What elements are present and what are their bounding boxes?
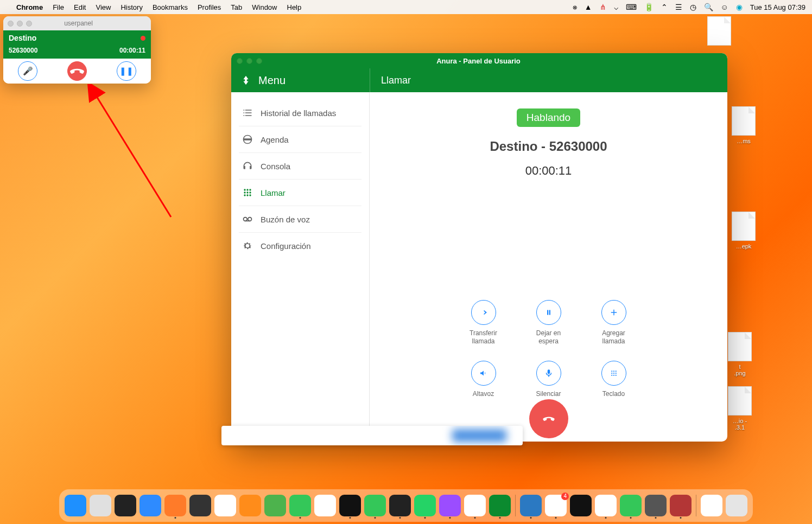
svg-point-3: [249, 189, 251, 190]
user-icon[interactable]: ☺: [721, 3, 728, 11]
dock-firefox[interactable]: [164, 495, 186, 516]
dock-chrome[interactable]: [595, 495, 617, 516]
dock-separator: [696, 495, 696, 516]
menu-history[interactable]: History: [120, 3, 142, 11]
dock-podcasts[interactable]: [439, 495, 461, 516]
control-center-icon[interactable]: ☰: [675, 3, 682, 11]
menu-file[interactable]: File: [53, 3, 64, 11]
dock-activity[interactable]: [570, 495, 592, 516]
running-indicator-icon: [555, 517, 557, 519]
app-minimize-icon[interactable]: [246, 58, 252, 64]
dock-books[interactable]: [239, 495, 261, 516]
desktop-file[interactable]: [700, 16, 738, 48]
dock-mission-control[interactable]: [189, 495, 211, 516]
dock-maps[interactable]: [264, 495, 286, 516]
dock-textedit[interactable]: [701, 495, 722, 516]
sidebar-item-gear[interactable]: Configuración: [239, 233, 361, 259]
dock-siri[interactable]: [115, 495, 136, 516]
dock-whatsapp[interactable]: [414, 495, 436, 516]
clock-icon[interactable]: ◷: [690, 3, 696, 11]
svg-point-2: [246, 189, 248, 190]
menubar-app-name[interactable]: Chrome: [16, 3, 43, 11]
dock-grid[interactable]: [214, 495, 236, 516]
dock-photos[interactable]: [314, 495, 336, 516]
call-action-pause[interactable]: Dejar en espera: [536, 300, 561, 346]
menu-help[interactable]: Help: [287, 3, 302, 11]
sidebar-item-globe[interactable]: Agenda: [239, 126, 361, 153]
docker-icon[interactable]: ⎈: [573, 3, 577, 11]
sidebar-item-label: Configuración: [261, 241, 311, 251]
call-action-label: Altavoz: [473, 390, 494, 398]
wifi-icon[interactable]: ⌃: [661, 3, 668, 11]
menu-tab[interactable]: Tab: [231, 3, 242, 11]
dock-eclipse[interactable]: [670, 495, 692, 516]
hangup-button[interactable]: [529, 399, 568, 438]
keyboard-icon[interactable]: ⌨: [626, 3, 637, 11]
siri-icon[interactable]: ◉: [736, 3, 743, 11]
running-indicator-icon: [175, 517, 176, 519]
call-action-keypad[interactable]: Teclado: [601, 361, 626, 398]
sidebar-item-voicemail[interactable]: Buzón de voz: [239, 206, 361, 233]
dock-vscode[interactable]: [520, 495, 542, 516]
dock-chat[interactable]: [620, 495, 642, 516]
dock-launchpad[interactable]: [90, 495, 111, 516]
sidebar-item-dialpad[interactable]: Llamar: [239, 180, 361, 206]
tray-icon-2[interactable]: ⋔: [600, 3, 606, 11]
sidebar-item-label: Llamar: [261, 188, 286, 197]
dock-terminal[interactable]: [389, 495, 411, 516]
call-action-plus[interactable]: Agregar llamada: [601, 300, 626, 346]
dock-slack[interactable]: [545, 495, 567, 516]
menu-edit[interactable]: Edit: [74, 3, 86, 11]
running-indicator-icon: [605, 517, 607, 519]
anura-app-window: Anura - Panel de Usuario Menu Llamar His…: [231, 53, 727, 442]
menu-view[interactable]: View: [96, 3, 111, 11]
svg-point-19: [611, 375, 612, 376]
call-action-mic[interactable]: Silenciar: [536, 361, 561, 398]
running-indicator-icon: [680, 517, 682, 519]
dock-trash[interactable]: [726, 495, 747, 516]
call-action-arrow[interactable]: Transferir llamada: [470, 300, 497, 346]
spotlight-icon[interactable]: 🔍: [704, 3, 713, 11]
dock-facetime[interactable]: [364, 495, 386, 516]
dock-finder[interactable]: [65, 495, 86, 516]
dock-notion[interactable]: [645, 495, 667, 516]
sidebar-item-list[interactable]: Historial de llamadas: [239, 100, 361, 126]
running-indicator-icon: [499, 517, 501, 519]
mini-hangup-button[interactable]: [67, 61, 87, 81]
svg-point-4: [244, 191, 245, 193]
mini-zoom-icon[interactable]: [26, 21, 32, 27]
menu-profiles[interactable]: Profiles: [198, 3, 221, 11]
sidebar: Historial de llamadasAgendaConsolaLlamar…: [231, 92, 370, 442]
svg-point-6: [249, 191, 251, 193]
mini-hold-button[interactable]: ❚❚: [117, 61, 136, 81]
mini-minimize-icon[interactable]: [17, 21, 23, 27]
keypad-icon: [609, 368, 619, 378]
mini-close-icon[interactable]: [8, 21, 14, 27]
mini-call-timer: 00:00:11: [119, 47, 145, 54]
dock-monday[interactable]: [464, 495, 486, 516]
menu-window[interactable]: Window: [252, 3, 277, 11]
app-close-icon[interactable]: [237, 58, 243, 64]
desktop-file[interactable]: …epk: [725, 212, 763, 250]
phone-hangup-icon: [541, 411, 556, 426]
menubar-clock[interactable]: Tue 15 Aug 07:39: [750, 3, 805, 11]
svg-point-20: [613, 375, 614, 376]
mini-mute-button[interactable]: 🎤: [18, 61, 37, 81]
app-zoom-icon[interactable]: [256, 58, 262, 64]
tray-icon-1[interactable]: ▲: [585, 3, 592, 11]
file-icon: [728, 332, 752, 361]
dock-safari[interactable]: [139, 495, 161, 516]
sidebar-item-headphones[interactable]: Consola: [239, 153, 361, 180]
menu-bookmarks[interactable]: Bookmarks: [153, 3, 188, 11]
call-status-badge: Hablando: [517, 108, 580, 127]
dock-messages[interactable]: [289, 495, 311, 516]
desktop-file[interactable]: …ms: [725, 106, 763, 144]
call-action-speaker[interactable]: Altavoz: [471, 361, 496, 398]
dock-tv[interactable]: [339, 495, 361, 516]
bluetooth-icon[interactable]: ⌵: [614, 3, 618, 11]
dock-anura[interactable]: [489, 495, 511, 516]
mini-titlebar[interactable]: userpanel: [3, 16, 151, 30]
speaker-icon: [479, 368, 489, 378]
app-titlebar[interactable]: Anura - Panel de Usuario: [231, 53, 727, 68]
battery-icon[interactable]: 🔋: [644, 3, 654, 11]
